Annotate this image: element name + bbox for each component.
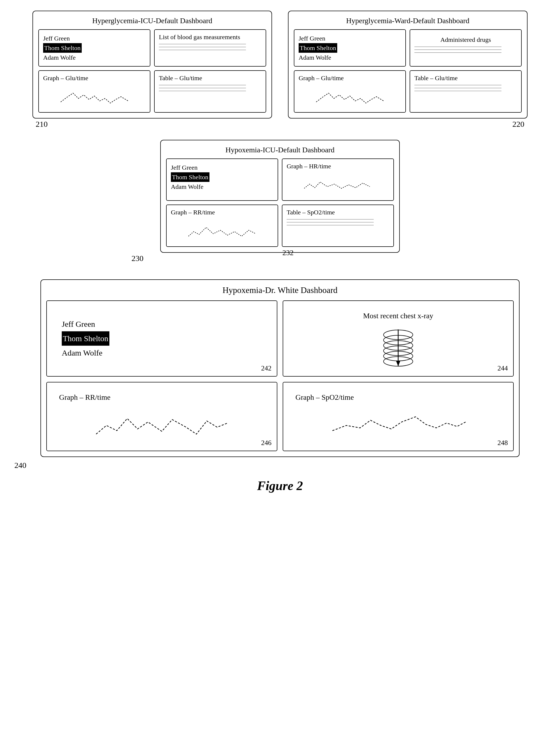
label-230: 230 <box>131 254 143 263</box>
patient-jeff-green-icu: Jeff Green <box>43 34 146 43</box>
highlighted-thom-shelton-hypo-icu: Thom Shelton <box>171 172 209 182</box>
hypoxemia-icu-dashboard: Hypoxemia-ICU-Default Dashboard Jeff Gre… <box>160 140 400 253</box>
patient-list-drwhite: Jeff Green Thom Shelton Adam Wolfe <box>62 317 267 360</box>
table-glu-lines-ward <box>414 85 517 91</box>
hyperglycemia-ward-grid: Jeff Green Thom Shelton Adam Wolfe 222 A… <box>294 29 522 113</box>
line-t1 <box>159 85 246 85</box>
label-210: 210 <box>36 120 48 129</box>
line-t3 <box>159 91 246 91</box>
line-tw1 <box>414 85 501 85</box>
top-row: Hyperglycemia-ICU-Default Dashboard Jeff… <box>16 11 544 118</box>
label-244: 244 <box>497 364 508 372</box>
patient-list-widget-icu: Jeff Green Thom Shelton Adam Wolfe <box>38 29 150 67</box>
label-246: 246 <box>261 439 271 447</box>
label-220: 220 <box>512 120 524 129</box>
highlighted-thom-shelton-ward: Thom Shelton <box>299 43 337 53</box>
hypoxemia-icu-title: Hypoxemia-ICU-Default Dashboard <box>166 146 394 154</box>
figure-caption: Figure 2 <box>257 478 303 493</box>
table-spo2-lines <box>287 219 389 225</box>
graph-spo2-title-drwhite: Graph – SpO2/time <box>295 393 504 402</box>
patient-list-widget-drwhite: Jeff Green Thom Shelton Adam Wolfe 242 <box>46 300 277 377</box>
graph-rr-widget-drwhite: Graph – RR/time 246 <box>46 382 277 451</box>
table-glu-title-ward: Table – Glu/time <box>414 75 517 82</box>
graph-glu-title-ward: Graph – Glu/time <box>299 75 401 82</box>
line-sp1 <box>287 219 374 219</box>
graph-rr-title-drwhite: Graph – RR/time <box>59 393 267 402</box>
table-spo2-title: Table – SpO2/time <box>287 209 389 216</box>
graph-glu-widget-ward: Graph – Glu/time <box>294 70 406 113</box>
graph-spo2-svg-drwhite <box>293 407 504 441</box>
admin-drugs-lines <box>414 47 517 53</box>
patient-list-widget-ward: Jeff Green Thom Shelton Adam Wolfe 222 <box>294 29 406 67</box>
line-sp3 <box>287 225 374 225</box>
label-248: 248 <box>497 439 508 447</box>
graph-glu-title-icu: Graph – Glu/time <box>43 75 146 82</box>
blood-gas-widget: List of blood gas measurements <box>154 29 266 67</box>
label-242: 242 <box>261 364 271 372</box>
graph-rr-title-hypo-icu: Graph – RR/time <box>171 209 273 216</box>
patient-list-widget-hypo-icu: Jeff Green Thom Shelton Adam Wolfe <box>166 158 278 201</box>
hyperglycemia-ward-dashboard: Hyperglycemia-Ward-Default Dashboard Jef… <box>288 11 528 118</box>
graph-spo2-widget-drwhite: Graph – SpO2/time 248 <box>283 382 514 451</box>
hyperglycemia-icu-title: Hyperglycemia-ICU-Default Dashboard <box>38 17 266 25</box>
admin-drugs-widget: Administered drugs <box>410 29 522 67</box>
line-tw3 <box>414 91 501 91</box>
line-ad1 <box>414 47 501 47</box>
table-spo2-widget: Table – SpO2/time 232 <box>282 204 394 247</box>
patient-list-ward: Jeff Green Thom Shelton Adam Wolfe <box>299 34 401 62</box>
xray-icon <box>377 327 419 367</box>
chest-xray-title: Most recent chest x-ray <box>293 311 504 320</box>
hypoxemia-icu-grid: Jeff Green Thom Shelton Adam Wolfe Graph… <box>166 158 394 247</box>
blood-gas-title: List of blood gas measurements <box>159 34 261 41</box>
line-1 <box>159 44 246 44</box>
table-glu-lines-icu <box>159 85 261 91</box>
page-container: Hyperglycemia-ICU-Default Dashboard Jeff… <box>16 11 544 493</box>
hypoxemia-drwhite-title: Hypoxemia-Dr. White Dashboard <box>46 285 514 295</box>
graph-glu-svg-ward <box>299 86 401 107</box>
admin-drugs-title: Administered drugs <box>414 36 517 43</box>
chest-xray-widget: Most recent chest x-ray <box>283 300 514 377</box>
table-glu-title-icu: Table – Glu/time <box>159 75 261 82</box>
line-ad3 <box>414 52 501 53</box>
graph-hr-svg <box>287 174 389 195</box>
patient-jeff-green-ward: Jeff Green <box>299 34 401 43</box>
table-glu-widget-icu: Table – Glu/time <box>154 70 266 113</box>
graph-rr-svg-hypo-icu <box>171 220 273 241</box>
patient-adam-wolfe-drwhite: Adam Wolfe <box>62 346 267 360</box>
graph-rr-svg-drwhite <box>56 407 267 441</box>
blood-gas-lines <box>159 44 261 50</box>
graph-rr-widget-hypo-icu: Graph – RR/time <box>166 204 278 247</box>
patient-thom-shelton-ward: Thom Shelton <box>299 43 401 53</box>
patient-adam-wolfe-icu: Adam Wolfe <box>43 53 146 62</box>
graph-glu-widget-icu: Graph – Glu/time <box>38 70 150 113</box>
line-3 <box>159 50 246 50</box>
highlighted-thom-shelton-icu: Thom Shelton <box>43 43 82 53</box>
graph-hr-title: Graph – HR/time <box>287 163 389 170</box>
graph-hr-widget: Graph – HR/time <box>282 158 394 201</box>
patient-thom-shelton-hypo-icu: Thom Shelton <box>171 172 273 182</box>
xray-icon-container <box>293 325 504 368</box>
hypoxemia-drwhite-dashboard: Hypoxemia-Dr. White Dashboard Jeff Green… <box>40 279 520 457</box>
middle-row: Hypoxemia-ICU-Default Dashboard Jeff Gre… <box>16 140 544 253</box>
svg-marker-7 <box>396 361 400 366</box>
patient-thom-shelton-drwhite: Thom Shelton <box>62 331 267 346</box>
patient-adam-wolfe-hypo-icu: Adam Wolfe <box>171 182 273 191</box>
patient-list-icu: Jeff Green Thom Shelton Adam Wolfe <box>43 34 146 62</box>
line-sp2 <box>287 222 374 222</box>
hyperglycemia-icu-dashboard: Hyperglycemia-ICU-Default Dashboard Jeff… <box>32 11 272 118</box>
hyperglycemia-icu-grid: Jeff Green Thom Shelton Adam Wolfe List … <box>38 29 266 113</box>
label-240: 240 <box>14 461 26 470</box>
graph-glu-svg-icu <box>43 86 146 107</box>
hyperglycemia-ward-title: Hyperglycemia-Ward-Default Dashboard <box>294 17 522 25</box>
patient-jeff-green-hypo-icu: Jeff Green <box>171 163 273 172</box>
label-232: 232 <box>282 248 294 257</box>
patient-list-hypo-icu: Jeff Green Thom Shelton Adam Wolfe <box>171 163 273 191</box>
table-glu-widget-ward: Table – Glu/time <box>410 70 522 113</box>
bottom-row: Hypoxemia-Dr. White Dashboard Jeff Green… <box>16 279 544 457</box>
patient-thom-shelton-icu: Thom Shelton <box>43 43 146 53</box>
patient-adam-wolfe-ward: Adam Wolfe <box>299 53 401 62</box>
patient-jeff-green-drwhite: Jeff Green <box>62 317 267 331</box>
hypoxemia-drwhite-grid: Jeff Green Thom Shelton Adam Wolfe 242 M… <box>46 300 514 451</box>
highlighted-thom-shelton-drwhite: Thom Shelton <box>62 331 109 346</box>
